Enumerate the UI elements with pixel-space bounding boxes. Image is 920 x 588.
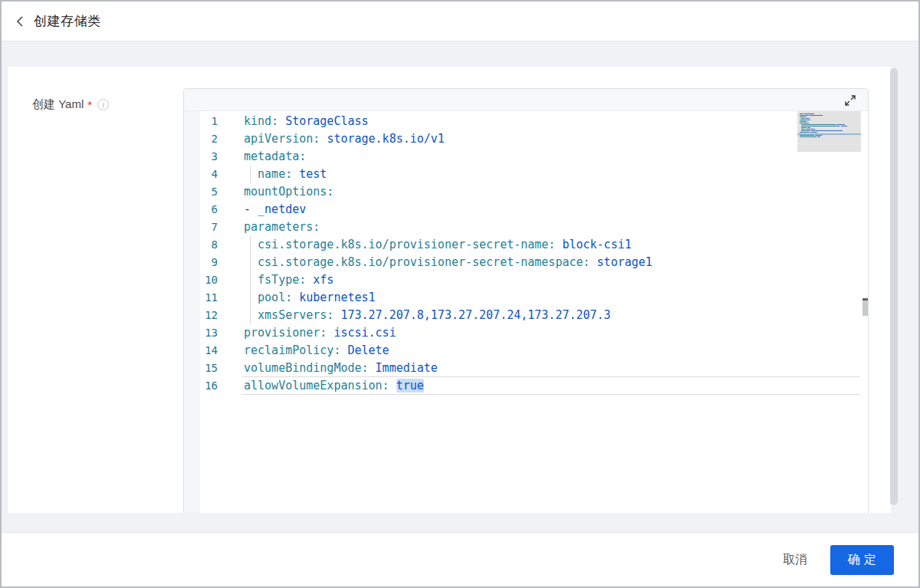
create-storage-class-page: 创建存储类 创建 Yaml * i 1k: [0, 0, 920, 588]
line-number[interactable]: 4: [184, 166, 218, 183]
page-scrollbar-thumb[interactable]: [890, 68, 898, 505]
minimap-line: [800, 117, 861, 117]
yaml-field-label: 创建 Yaml * i: [32, 97, 109, 112]
line-number[interactable]: 16: [184, 377, 218, 395]
minimap-line: [800, 113, 861, 114]
code-line[interactable]: 8 csi.storage.k8s.io/provisioner-secret-…: [184, 236, 868, 254]
line-number[interactable]: 7: [184, 218, 218, 236]
code-text: fsType: xfs: [244, 271, 334, 289]
code-text: reclaimPolicy: Delete: [244, 342, 389, 360]
code-area[interactable]: 1kind: StorageClass2apiVersion: storage.…: [184, 111, 868, 395]
back-button[interactable]: [12, 13, 29, 30]
minimap-line: [800, 127, 861, 128]
expand-button[interactable]: [843, 94, 857, 107]
code-line[interactable]: 7parameters:: [184, 218, 868, 236]
line-number[interactable]: 15: [184, 360, 218, 377]
minimap-line: [800, 120, 861, 120]
code-line[interactable]: 15volumeBindingMode: Immediate: [184, 360, 868, 377]
page-header: 创建存储类: [2, 2, 918, 41]
minimap-line: [800, 115, 861, 116]
line-number[interactable]: 3: [184, 148, 218, 166]
code-text: xmsServers: 173.27.207.8,173.27.207.24,1…: [244, 307, 611, 324]
code-line[interactable]: 9 csi.storage.k8s.io/provisioner-secret-…: [184, 254, 868, 271]
line-number[interactable]: 1: [184, 113, 218, 130]
code-line[interactable]: 5mountOptions:: [184, 183, 868, 201]
code-text: - _netdev: [244, 201, 306, 218]
code-line[interactable]: 14reclaimPolicy: Delete: [184, 342, 868, 360]
line-number[interactable]: 14: [184, 342, 218, 360]
code-text: kind: StorageClass: [244, 113, 369, 130]
expand-arrows-icon: [843, 94, 857, 107]
line-number[interactable]: 5: [184, 183, 218, 201]
code-text: apiVersion: storage.k8s.io/v1: [244, 130, 445, 148]
code-line[interactable]: 2apiVersion: storage.k8s.io/v1: [184, 130, 868, 148]
minimap-line: [800, 132, 861, 133]
code-text: metadata:: [244, 148, 306, 166]
code-text: allowVolumeExpansion: true: [244, 377, 424, 395]
minimap-current-line-mark: [797, 133, 861, 135]
code-line[interactable]: 16allowVolumeExpansion: true: [184, 377, 868, 395]
minimap-line: [800, 123, 861, 123]
minimap-line: [800, 124, 861, 125]
code-line[interactable]: 6- _netdev: [184, 201, 868, 218]
line-number[interactable]: 2: [184, 130, 218, 148]
form-card: 创建 Yaml * i 1kind: StorageClass2apiVer: [8, 67, 891, 513]
minimap[interactable]: [797, 111, 861, 152]
code-text: volumeBindingMode: Immediate: [244, 360, 438, 377]
code-line[interactable]: 1kind: StorageClass: [184, 113, 868, 130]
editor-toolbar: [184, 89, 868, 111]
code-text: mountOptions:: [244, 183, 334, 201]
minimap-line: [800, 135, 861, 136]
line-number[interactable]: 12: [184, 307, 218, 324]
line-number[interactable]: 9: [184, 254, 218, 271]
code-line[interactable]: 12 xmsServers: 173.27.207.8,173.27.207.2…: [184, 307, 868, 324]
line-number[interactable]: 6: [184, 201, 218, 218]
line-number[interactable]: 8: [184, 236, 218, 254]
line-number[interactable]: 10: [184, 271, 218, 289]
line-number[interactable]: 11: [184, 289, 218, 307]
minimap-line: [800, 130, 861, 131]
code-text: name: test: [244, 166, 327, 183]
code-line[interactable]: 13provisioner: iscsi.csi: [184, 324, 868, 342]
confirm-button[interactable]: 确定: [830, 545, 894, 575]
minimap-line: [800, 121, 861, 122]
page-title: 创建存储类: [34, 12, 101, 30]
code-text: pool: kubernetes1: [244, 289, 376, 307]
code-line[interactable]: 3metadata:: [184, 148, 868, 166]
yaml-field-label-text: 创建 Yaml: [32, 97, 84, 112]
chevron-left-icon: [15, 15, 26, 28]
code-text: parameters:: [244, 218, 320, 236]
editor-scrollbar-thumb[interactable]: [863, 301, 868, 316]
cancel-button[interactable]: 取消: [783, 552, 807, 568]
minimap-line: [800, 126, 861, 126]
minimap-line: [800, 118, 861, 119]
minimap-line: [800, 129, 861, 130]
code-line[interactable]: 11 pool: kubernetes1: [184, 289, 868, 307]
yaml-editor[interactable]: 1kind: StorageClass2apiVersion: storage.…: [183, 88, 869, 513]
code-line[interactable]: 10 fsType: xfs: [184, 271, 868, 289]
info-icon[interactable]: i: [97, 99, 109, 110]
footer-bar: 取消 确定: [2, 532, 918, 586]
code-text: csi.storage.k8s.io/provisioner-secret-na…: [244, 236, 632, 254]
minimap-line: [800, 136, 861, 137]
code-line[interactable]: 4 name: test: [184, 166, 868, 183]
required-asterisk: *: [87, 98, 92, 111]
code-text: csi.storage.k8s.io/provisioner-secret-na…: [244, 254, 652, 271]
line-number[interactable]: 13: [184, 324, 218, 342]
code-text: provisioner: iscsi.csi: [244, 324, 396, 342]
editor-scrollbar[interactable]: [862, 111, 869, 511]
